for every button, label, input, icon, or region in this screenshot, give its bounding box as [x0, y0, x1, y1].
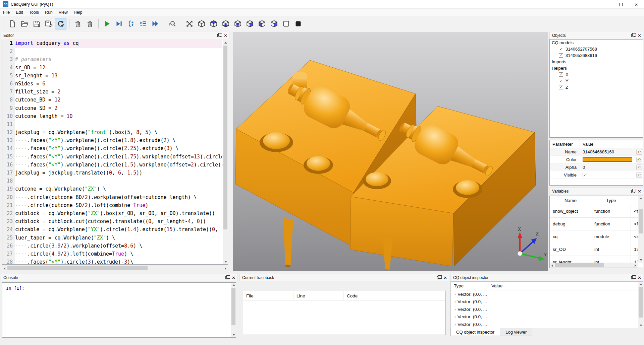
3d-viewport[interactable]: X Z Y: [233, 32, 548, 271]
variable-row[interactable]: sr_lenghtint13: [550, 256, 638, 263]
menu-tools[interactable]: Tools: [26, 9, 42, 15]
inspector-row[interactable]: ›Vector: (0.0, ...: [451, 290, 643, 298]
toolbar-drag-handle[interactable]: [3, 18, 5, 29]
scroll-up-arrow[interactable]: [231, 283, 236, 288]
scroll-left-arrow[interactable]: [550, 263, 555, 268]
cube-front-button[interactable]: [232, 18, 244, 29]
console-close-icon[interactable]: ×: [232, 276, 235, 280]
undo-button[interactable]: ↶: [636, 149, 642, 155]
variable-row[interactable]: debugfunction<f: [550, 218, 638, 230]
editor-vscroll-thumb[interactable]: [223, 46, 227, 229]
checkbox-checked-icon[interactable]: ✓: [559, 53, 563, 58]
property-value[interactable]: 3140646685160: [580, 149, 614, 154]
inspector-vertical-scrollbar[interactable]: [638, 282, 643, 328]
inspector-row[interactable]: ›Vector: (0.0, ...: [451, 305, 643, 313]
scroll-down-arrow[interactable]: [638, 323, 643, 328]
variables-vscroll-thumb[interactable]: [639, 209, 643, 233]
traceback-close-icon[interactable]: ×: [443, 276, 447, 280]
wireframe-button[interactable]: [280, 18, 292, 29]
scroll-up-arrow[interactable]: [223, 40, 228, 45]
scroll-down-arrow[interactable]: [638, 258, 643, 263]
scroll-down-arrow[interactable]: [231, 332, 236, 337]
inspector-close-icon[interactable]: ×: [638, 276, 641, 280]
tab-cq-object-inspector[interactable]: CQ object inspector: [450, 328, 500, 336]
menu-file[interactable]: File: [0, 9, 13, 15]
close-button[interactable]: ×: [629, 0, 644, 9]
objects-float-icon[interactable]: [631, 34, 635, 37]
new-file-button[interactable]: [7, 18, 18, 29]
checkbox-checked-icon[interactable]: ✓: [559, 47, 563, 51]
scroll-down-arrow[interactable]: [223, 259, 228, 264]
open-file-button[interactable]: [19, 18, 30, 29]
menu-run[interactable]: Run: [42, 9, 56, 15]
checkbox-checked-icon[interactable]: ✓: [559, 72, 563, 77]
expand-chevron-icon[interactable]: ›: [453, 307, 458, 312]
shaded-button[interactable]: [292, 18, 304, 29]
tree-item[interactable]: ✓Z: [550, 84, 643, 90]
variable-row[interactable]: sr_ODint12: [550, 243, 638, 256]
console-area[interactable]: In [1]:: [2, 282, 236, 338]
maximize-button[interactable]: [613, 0, 629, 9]
checkbox-checked-icon[interactable]: ✓: [559, 85, 563, 89]
cube-bottom-button[interactable]: [220, 18, 231, 29]
editor-hscroll-thumb[interactable]: [7, 266, 148, 270]
property-value[interactable]: 0: [580, 165, 585, 170]
console-vscroll-thumb[interactable]: [231, 288, 235, 325]
variables-horizontal-scrollbar[interactable]: [550, 263, 638, 268]
menu-edit[interactable]: Edit: [13, 9, 26, 15]
inspector-vscroll-thumb[interactable]: [639, 287, 643, 318]
expand-chevron-icon[interactable]: ›: [453, 322, 458, 327]
scroll-right-arrow[interactable]: [633, 263, 638, 268]
clear-console-button[interactable]: [84, 18, 96, 29]
checkbox-checked-icon[interactable]: ✓: [559, 79, 563, 83]
scroll-up-arrow[interactable]: [638, 196, 643, 201]
expand-chevron-icon[interactable]: ›: [453, 292, 458, 297]
screenshot-button[interactable]: [167, 18, 178, 29]
menu-help[interactable]: Help: [71, 9, 86, 15]
cube-top-button[interactable]: [208, 18, 219, 29]
cube-back-button[interactable]: [244, 18, 256, 29]
scroll-left-arrow[interactable]: [2, 266, 7, 271]
toggle-breakpoint-button[interactable]: [125, 18, 137, 29]
editor-float-icon[interactable]: [217, 34, 221, 37]
scroll-up-arrow[interactable]: [638, 282, 643, 287]
save-button[interactable]: [31, 18, 42, 29]
inspector-row[interactable]: ›Vector: (0.0, ...: [451, 313, 643, 321]
inspector-row[interactable]: ›Vector: (0.0, ...: [451, 298, 643, 306]
console-vertical-scrollbar[interactable]: [231, 283, 236, 337]
render-button[interactable]: [55, 18, 66, 29]
inspector-float-icon[interactable]: [631, 276, 635, 279]
tree-item[interactable]: ✓Y: [550, 78, 643, 84]
undo-button[interactable]: ↶: [636, 157, 642, 162]
expand-chevron-icon[interactable]: ›: [453, 299, 458, 304]
tree-item[interactable]: ✓3140652707568: [550, 46, 643, 52]
variable-row[interactable]: show_objectfunction<f: [550, 205, 638, 218]
editor-close-icon[interactable]: ×: [224, 33, 227, 38]
clear-screen-button[interactable]: [72, 18, 84, 29]
variables-vertical-scrollbar[interactable]: [638, 196, 643, 263]
run-button[interactable]: [101, 18, 113, 29]
variables-hscroll-thumb[interactable]: [555, 263, 604, 267]
variables-close-icon[interactable]: ×: [638, 189, 641, 193]
menu-view[interactable]: View: [56, 9, 71, 15]
step-button[interactable]: [138, 18, 149, 29]
cube-right-button[interactable]: [268, 18, 280, 29]
code-area[interactable]: import cadquery as cq# parameterssr_OD =…: [15, 40, 222, 264]
objects-close-icon[interactable]: ×: [638, 33, 641, 38]
traceback-float-icon[interactable]: [437, 276, 440, 279]
editor-vertical-scrollbar[interactable]: [223, 40, 228, 264]
fit-button[interactable]: [184, 18, 195, 29]
cube-iso-button[interactable]: [196, 18, 207, 29]
minimize-button[interactable]: –: [598, 0, 613, 9]
save-as-button[interactable]: [43, 18, 54, 29]
tab-log-viewer[interactable]: Log viewer: [500, 328, 532, 336]
console-float-icon[interactable]: [225, 276, 229, 279]
tree-item[interactable]: ✓X: [550, 71, 643, 78]
tree-item[interactable]: ✓3140652683616: [550, 52, 643, 59]
debug-button[interactable]: [113, 18, 125, 29]
tree-group-helpers[interactable]: Helpers: [550, 65, 643, 71]
scroll-right-arrow[interactable]: [223, 266, 228, 271]
variable-row[interactable]: cqmodule<m: [550, 230, 638, 243]
tree-group-imports[interactable]: Imports: [550, 59, 643, 65]
inspector-row[interactable]: ›Vector: (0.0, ...: [451, 321, 643, 328]
